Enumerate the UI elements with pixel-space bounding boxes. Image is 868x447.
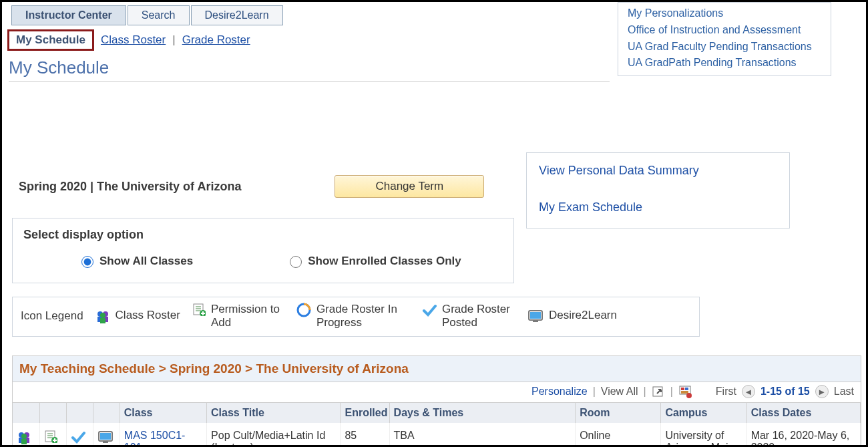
link-personal-data-summary[interactable]: View Personal Data Summary xyxy=(539,164,777,178)
radio-show-enrolled-input[interactable] xyxy=(290,256,302,268)
legend-class-roster: Class Roster xyxy=(95,309,180,323)
tab-search[interactable]: Search xyxy=(128,5,190,25)
change-term-button[interactable]: Change Term xyxy=(335,175,484,198)
svg-rect-21 xyxy=(681,391,688,394)
col-class[interactable]: Class xyxy=(120,403,206,423)
export-icon[interactable] xyxy=(652,386,665,398)
legend-grade-roster-posted: Grade Roster Posted xyxy=(422,303,515,329)
cell-class-dates: Mar 16, 2020-May 6, 2020 xyxy=(746,423,860,447)
col-days-times[interactable]: Days & Times xyxy=(389,403,576,423)
display-option-title: Select display option xyxy=(23,228,503,242)
right-panel: View Personal Data Summary My Exam Sched… xyxy=(526,152,790,229)
row-grade-posted-icon[interactable] xyxy=(71,430,89,444)
svg-rect-16 xyxy=(533,320,538,322)
col-class-title[interactable]: Class Title xyxy=(207,403,341,423)
prev-page-button[interactable]: ◄ xyxy=(742,385,755,398)
page-range: 1-15 of 15 xyxy=(761,386,810,398)
tab-instructor-center[interactable]: Instructor Center xyxy=(11,5,126,25)
subtab-grade-roster[interactable]: Grade Roster xyxy=(182,33,250,47)
svg-rect-19 xyxy=(681,388,684,390)
class-roster-icon xyxy=(95,309,110,323)
radio-show-enrolled-only[interactable]: Show Enrolled Classes Only xyxy=(286,254,461,268)
current-term-label: Spring 2020 | The University of Arizona xyxy=(19,180,241,194)
cell-days-times: TBA xyxy=(389,423,576,447)
col-class-dates[interactable]: Class Dates xyxy=(746,403,860,423)
radio-show-all-input[interactable] xyxy=(81,256,93,268)
svg-point-22 xyxy=(686,393,692,398)
permission-add-icon xyxy=(192,303,206,316)
cell-class-title: Pop Cult/Media+Latin Id (Lecture) xyxy=(207,423,341,447)
cell-room: Online xyxy=(576,423,661,447)
icon-legend-title: Icon Legend xyxy=(21,309,83,323)
subtab-class-roster[interactable]: Class Roster xyxy=(101,33,166,47)
legend-permission-to-add: Permission to Add xyxy=(192,303,284,329)
svg-rect-20 xyxy=(685,388,688,390)
col-enrolled[interactable]: Enrolled xyxy=(341,403,389,423)
toolbar-personalize[interactable]: Personalize xyxy=(531,386,588,398)
link-grad-faculty-pending[interactable]: UA Grad Faculty Pending Transactions xyxy=(628,39,821,55)
row-class-roster-icon[interactable] xyxy=(17,430,35,444)
link-my-exam-schedule[interactable]: My Exam Schedule xyxy=(539,200,777,214)
svg-rect-37 xyxy=(100,433,111,440)
toolbar-first[interactable]: First xyxy=(716,386,736,398)
table-row: MAS 150C1- 101 (77347) Pop Cult/Media+La… xyxy=(13,423,861,447)
download-icon[interactable] xyxy=(678,385,692,398)
radio-show-all-label: Show All Classes xyxy=(99,255,193,268)
toolbar-view-all[interactable]: View All xyxy=(601,386,638,398)
grade-roster-progress-icon xyxy=(296,303,311,317)
row-permission-add-icon[interactable] xyxy=(44,430,62,443)
radio-show-enrolled-label: Show Enrolled Classes Only xyxy=(308,255,461,268)
cell-campus: University of Arizona - Main xyxy=(661,423,746,447)
svg-rect-28 xyxy=(21,439,27,444)
teaching-schedule-toolbar: Personalize | View All | | First ◄ 1-15 … xyxy=(13,382,861,403)
divider xyxy=(9,81,610,82)
row-d2l-icon[interactable] xyxy=(97,430,116,444)
desire2learn-icon xyxy=(527,309,544,323)
teaching-schedule-section: My Teaching Schedule > Spring 2020 > The… xyxy=(12,355,861,447)
radio-show-all-classes[interactable]: Show All Classes xyxy=(78,254,193,268)
svg-point-27 xyxy=(21,434,27,439)
legend-desire2learn: Desire2Learn xyxy=(527,309,617,323)
link-my-personalizations[interactable]: My Personalizations xyxy=(628,5,821,22)
legend-grade-roster-progress: Grade Roster In Progress xyxy=(296,303,410,329)
svg-point-4 xyxy=(100,313,105,318)
link-office-instruction[interactable]: Office of Instruction and Assessment xyxy=(628,22,821,39)
link-gradpath-pending[interactable]: UA GradPath Pending Transactions xyxy=(628,55,821,71)
subtab-my-schedule[interactable]: My Schedule xyxy=(7,29,94,51)
teaching-schedule-table: Class Class Title Enrolled Days & Times … xyxy=(13,403,861,447)
icon-legend: Icon Legend Class Roster Permission to A… xyxy=(12,297,700,337)
class-link[interactable]: MAS 150C1- 101 (77347) xyxy=(124,430,202,447)
tab-desire2learn[interactable]: Desire2Learn xyxy=(191,5,283,25)
svg-rect-5 xyxy=(100,318,105,323)
toolbar-last[interactable]: Last xyxy=(834,386,854,398)
teaching-schedule-title: My Teaching Schedule > Spring 2020 > The… xyxy=(13,356,861,382)
svg-rect-15 xyxy=(530,312,541,319)
col-room[interactable]: Room xyxy=(576,403,661,423)
side-quick-links: My Personalizations Office of Instructio… xyxy=(618,2,831,76)
col-campus[interactable]: Campus xyxy=(661,403,746,423)
display-option-box: Select display option Show All Classes S… xyxy=(12,218,514,283)
svg-rect-38 xyxy=(103,441,108,443)
next-page-button[interactable]: ► xyxy=(815,385,829,398)
cell-enrolled: 85 xyxy=(341,423,389,447)
grade-roster-posted-icon xyxy=(422,303,437,317)
